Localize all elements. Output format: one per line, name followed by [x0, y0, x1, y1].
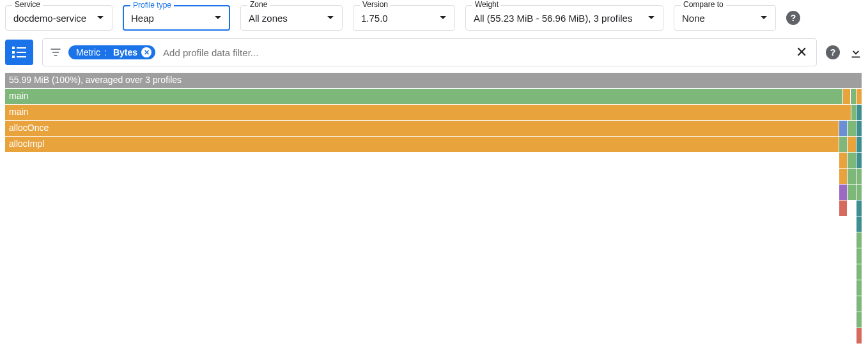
- flame-row: [5, 264, 862, 280]
- chevron-down-icon: [327, 15, 334, 20]
- filter-row: Servicedocdemo-serviceProfile typeHeapZo…: [5, 3, 863, 38]
- flame-cell[interactable]: [856, 200, 862, 216]
- filter-funnel-icon[interactable]: [49, 46, 62, 59]
- profile-select-value: Heap: [131, 13, 208, 24]
- svg-rect-1: [17, 47, 26, 49]
- profile-select-label: Profile type: [130, 1, 174, 10]
- flame-cell[interactable]: [839, 153, 847, 168]
- flame-cell[interactable]: [851, 89, 856, 104]
- flame-cell[interactable]: allocOnce: [5, 121, 839, 136]
- metric-chip-remove[interactable]: ✕: [141, 47, 151, 57]
- flame-cell[interactable]: main: [5, 89, 842, 104]
- flame-row: [5, 169, 862, 184]
- metric-chip[interactable]: Metric : Bytes ✕: [68, 45, 155, 59]
- flame-row: [5, 296, 862, 312]
- flame-cell[interactable]: [848, 137, 856, 152]
- flame-row: 55.99 MiB (100%), averaged over 3 profil…: [5, 73, 862, 88]
- flame-row: [5, 312, 862, 328]
- flame-row: [5, 280, 862, 296]
- flame-cell[interactable]: [839, 121, 847, 136]
- flame-cell[interactable]: [856, 105, 862, 120]
- chevron-down-icon: [647, 15, 655, 20]
- flame-row: [5, 200, 862, 216]
- flame-cell[interactable]: [839, 200, 847, 216]
- flame-row: allocImpl: [5, 137, 862, 152]
- svg-rect-2: [12, 51, 15, 54]
- flame-cell[interactable]: [839, 169, 847, 184]
- flame-cell[interactable]: [856, 312, 862, 328]
- flame-cell[interactable]: main: [5, 105, 851, 120]
- weight-select-label: Weight: [472, 0, 501, 9]
- compare-select-label: Compare to: [681, 0, 726, 9]
- profile-select[interactable]: Profile typeHeap: [123, 5, 230, 31]
- zone-select-label: Zone: [247, 0, 270, 9]
- help-icon[interactable]: ?: [786, 11, 800, 25]
- svg-rect-5: [17, 56, 26, 57]
- service-select[interactable]: Servicedocdemo-service: [5, 5, 112, 31]
- toolbar-row: Metric : Bytes ✕ ✕ ?: [5, 38, 863, 73]
- filter-help-icon[interactable]: ?: [826, 45, 840, 59]
- flame-cell[interactable]: [839, 137, 847, 152]
- flame-row: [5, 185, 862, 200]
- svg-rect-4: [12, 56, 15, 58]
- flame-cell[interactable]: [848, 185, 856, 200]
- chevron-down-icon: [439, 15, 447, 20]
- flame-cell[interactable]: 55.99 MiB (100%), averaged over 3 profil…: [5, 73, 862, 88]
- zone-select[interactable]: ZoneAll zones: [240, 5, 343, 31]
- flame-cell[interactable]: [848, 153, 856, 168]
- flame-row: [5, 248, 862, 264]
- flame-cell[interactable]: [856, 89, 862, 104]
- flame-cell[interactable]: [839, 185, 847, 200]
- svg-rect-0: [12, 47, 15, 49]
- flame-row: [5, 153, 862, 168]
- flame-cell[interactable]: [856, 169, 862, 184]
- flame-row: [5, 232, 862, 248]
- compare-select-value: None: [682, 13, 754, 24]
- svg-rect-3: [17, 52, 26, 53]
- version-select-label: Version: [360, 0, 391, 9]
- flame-cell[interactable]: [856, 280, 862, 296]
- filter-bar: Metric : Bytes ✕ ✕: [42, 38, 817, 66]
- metric-chip-label: Metric: [76, 47, 100, 57]
- flame-row: main: [5, 89, 862, 104]
- flame-cell[interactable]: [856, 248, 862, 264]
- flame-cell[interactable]: [851, 105, 856, 120]
- download-button[interactable]: [849, 45, 863, 59]
- flame-cell[interactable]: [856, 296, 862, 312]
- flame-cell[interactable]: [856, 232, 862, 248]
- filter-input[interactable]: [162, 47, 787, 59]
- flame-cell[interactable]: [856, 185, 862, 200]
- compare-select[interactable]: Compare toNone: [674, 5, 776, 31]
- flame-row: [5, 328, 862, 344]
- version-select-value: 1.75.0: [361, 13, 433, 24]
- list-icon: [12, 47, 26, 58]
- flame-cell[interactable]: [856, 264, 862, 280]
- flame-row: main: [5, 105, 862, 120]
- service-select-label: Service: [12, 0, 43, 9]
- metric-chip-value: Bytes: [113, 47, 137, 57]
- flame-graph: 55.99 MiB (100%), averaged over 3 profil…: [5, 73, 862, 344]
- version-select[interactable]: Version1.75.0: [353, 5, 455, 31]
- clear-filter-button[interactable]: ✕: [793, 44, 810, 61]
- flame-cell[interactable]: [848, 169, 856, 184]
- flame-row: allocOnce: [5, 121, 862, 136]
- flame-cell[interactable]: allocImpl: [5, 137, 839, 152]
- flame-cell[interactable]: [843, 89, 850, 104]
- flame-row: [5, 216, 862, 232]
- weight-select[interactable]: WeightAll (55.23 MiB - 56.96 MiB), 3 pro…: [465, 5, 663, 31]
- flame-cell[interactable]: [848, 121, 856, 136]
- chevron-down-icon: [97, 15, 104, 20]
- flame-cell[interactable]: [856, 121, 862, 136]
- flame-cell[interactable]: [856, 153, 862, 168]
- zone-select-value: All zones: [249, 13, 320, 24]
- service-select-value: docdemo-service: [13, 13, 90, 24]
- flame-cell[interactable]: [856, 137, 862, 152]
- flame-cell[interactable]: [856, 216, 862, 232]
- chevron-down-icon: [214, 15, 222, 20]
- list-view-button[interactable]: [5, 40, 33, 65]
- flame-cell[interactable]: [856, 328, 862, 344]
- weight-select-value: All (55.23 MiB - 56.96 MiB), 3 profiles: [474, 13, 641, 24]
- chevron-down-icon: [760, 15, 768, 20]
